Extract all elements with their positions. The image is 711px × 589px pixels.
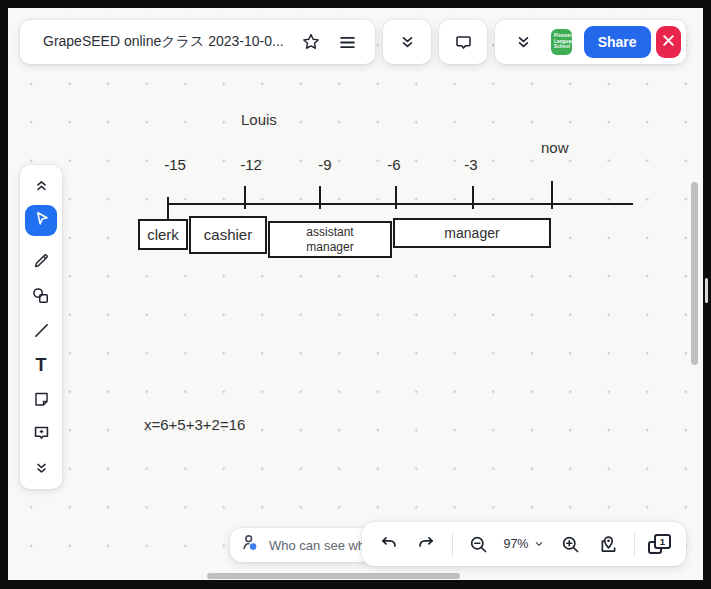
divider	[634, 532, 635, 557]
timeline-person-label[interactable]: Louis	[241, 111, 277, 128]
window-edge-mark	[705, 278, 708, 303]
whiteboard-canvas[interactable]: GrapeSEED onlineクラス 2023-10-0... Pioneer…	[8, 8, 703, 580]
comments-button[interactable]	[439, 20, 487, 64]
timeline-box-cashier[interactable]: cashier	[189, 216, 267, 254]
board-title[interactable]: GrapeSEED onlineクラス 2023-10-0...	[43, 33, 289, 51]
star-icon[interactable]	[297, 28, 325, 56]
frames-icon[interactable]: 1	[648, 534, 671, 554]
sidebar-collapse-button[interactable]	[31, 177, 51, 193]
share-panel: Pioneer Language School Share	[495, 20, 686, 64]
close-button[interactable]	[656, 26, 681, 58]
timeline-now-label[interactable]: now	[541, 139, 569, 156]
timeline-line[interactable]	[167, 203, 633, 205]
bottom-toolbar: 97% 1	[362, 522, 686, 566]
window-frame: GrapeSEED onlineクラス 2023-10-0... Pioneer…	[0, 0, 711, 589]
presence-panel[interactable]: Who can see what	[230, 528, 372, 562]
double-chevron-down-icon[interactable]	[509, 28, 537, 56]
divider	[452, 532, 453, 557]
double-chevron-down-icon	[393, 28, 421, 56]
zoom-level-value: 97%	[503, 537, 528, 551]
timeline-tick[interactable]	[472, 186, 474, 209]
comment-icon	[449, 28, 477, 56]
tick-label[interactable]: -6	[376, 156, 412, 173]
tool-pen[interactable]	[31, 251, 51, 270]
vertical-scrollbar[interactable]	[691, 182, 698, 365]
timeline-tick[interactable]	[319, 186, 321, 209]
menu-icon[interactable]	[333, 28, 361, 56]
collapse-panel-button[interactable]	[383, 20, 431, 64]
undo-icon[interactable]	[377, 532, 401, 556]
tool-shapes[interactable]	[31, 286, 51, 306]
cursor-icon	[32, 209, 51, 232]
tick-label[interactable]: -9	[307, 156, 343, 173]
timeline-tick[interactable]	[244, 186, 246, 209]
text-tool-glyph: T	[36, 356, 47, 374]
tool-select[interactable]	[25, 205, 57, 236]
school-logo[interactable]: Pioneer Language School	[551, 29, 572, 55]
tool-text[interactable]: T	[31, 355, 51, 374]
redo-icon[interactable]	[414, 532, 438, 556]
close-icon	[661, 33, 676, 51]
sidebar-more-button[interactable]	[31, 459, 51, 478]
timeline-box-assistant-manager[interactable]: assistant manager	[268, 221, 392, 258]
timeline-box-manager[interactable]: manager	[393, 218, 551, 248]
person-icon	[240, 532, 262, 558]
timeline-tick[interactable]	[167, 197, 169, 219]
tool-comment[interactable]	[31, 424, 51, 443]
zoom-out-icon[interactable]	[466, 532, 490, 556]
tools-sidebar: T	[20, 165, 62, 489]
presence-label: Who can see what	[269, 538, 372, 553]
timeline-tick[interactable]	[395, 186, 397, 209]
chevron-down-icon	[533, 538, 545, 550]
tool-sticky-note[interactable]	[31, 390, 51, 409]
frame-count-badge: 1	[654, 534, 671, 549]
share-button[interactable]: Share	[584, 26, 651, 58]
timeline-box-clerk[interactable]: clerk	[138, 219, 188, 250]
tick-label[interactable]: -12	[233, 156, 269, 173]
horizontal-scrollbar[interactable]	[207, 573, 460, 579]
timeline-tick[interactable]	[551, 181, 553, 209]
board-title-card: GrapeSEED onlineクラス 2023-10-0...	[20, 20, 375, 64]
locate-map-pin-icon[interactable]	[596, 532, 620, 556]
tick-label[interactable]: -15	[157, 156, 193, 173]
tick-label[interactable]: -3	[453, 156, 489, 173]
zoom-level-control[interactable]: 97%	[503, 537, 545, 551]
equation-text[interactable]: x=6+5+3+2=16	[144, 416, 245, 433]
zoom-in-icon[interactable]	[559, 532, 583, 556]
tool-line[interactable]	[31, 321, 51, 340]
